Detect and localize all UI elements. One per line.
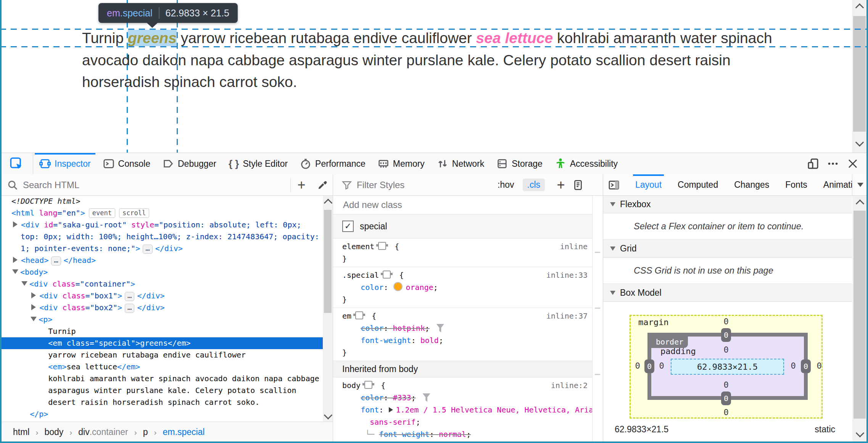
border-top-value[interactable]: 0 bbox=[721, 328, 731, 342]
tab-style-editor[interactable]: { } Style Editor bbox=[222, 153, 294, 174]
row[interactable]: <em>sea lettuce</em> bbox=[0, 361, 323, 373]
boxmodel-content-box[interactable]: 62.9833×21.5 bbox=[671, 359, 784, 375]
row[interactable]: <head>…</head> bbox=[0, 255, 323, 266]
padding-right-value[interactable]: 0 bbox=[791, 361, 796, 371]
tk-sname: : bbox=[383, 393, 393, 402]
responsive-design-mode-button[interactable] bbox=[803, 153, 823, 174]
highlighted-em-special[interactable]: greens bbox=[128, 30, 177, 46]
row[interactable]: <!DOCTYPE html> bbox=[0, 195, 323, 207]
markup-scrollbar[interactable] bbox=[323, 195, 333, 422]
tab-performance[interactable]: Performance bbox=[294, 153, 372, 174]
scroll-up-icon[interactable] bbox=[324, 199, 333, 208]
panel-divider[interactable] bbox=[603, 174, 603, 443]
tab-changes[interactable]: Changes bbox=[733, 174, 770, 195]
tab-layout[interactable]: Layout bbox=[634, 174, 662, 195]
row[interactable]: desert raisin horseradish spinach carrot… bbox=[0, 396, 323, 408]
tab-computed[interactable]: Computed bbox=[677, 174, 719, 195]
border-left-value[interactable]: 0 bbox=[644, 359, 654, 373]
markup-row-em-special[interactable]: <em class="special">greens</em> bbox=[0, 337, 323, 349]
margin-bottom-value[interactable]: 0 bbox=[723, 408, 728, 417]
scroll-up-icon[interactable] bbox=[855, 3, 864, 12]
row[interactable]: } bbox=[342, 253, 592, 265]
row[interactable]: yarrow ricebean rutabaga endive cauliflo… bbox=[0, 349, 323, 361]
breadcrumb[interactable]: html›body›div.container›p›em.special bbox=[0, 422, 333, 442]
row[interactable]: kohlrabi amaranth water spinach avocado … bbox=[0, 373, 323, 385]
row[interactable]: sans-serif; bbox=[342, 416, 592, 428]
class-panel-button[interactable]: .cls bbox=[523, 179, 545, 191]
row[interactable]: font-weight: bold; bbox=[342, 334, 592, 346]
row[interactable]: color: #333; bbox=[342, 391, 592, 404]
padding-top-value[interactable]: 0 bbox=[723, 345, 728, 354]
sidebar-tabs-overflow[interactable] bbox=[852, 174, 868, 195]
row[interactable]: <div class="box2">…</div> bbox=[0, 302, 323, 314]
search-html-input[interactable]: Search HTML bbox=[23, 180, 79, 190]
pick-element-button[interactable] bbox=[0, 153, 33, 174]
scroll-down-icon[interactable] bbox=[856, 429, 865, 438]
add-node-button[interactable]: + bbox=[291, 177, 312, 193]
row[interactable]: <div class="container"> bbox=[0, 278, 323, 290]
row[interactable]: top: 0px; width: 100%; height…100%; z-in… bbox=[0, 231, 323, 243]
row[interactable]: <body> bbox=[0, 266, 323, 278]
row[interactable]: color: orange; bbox=[342, 281, 592, 293]
close-devtools-button[interactable] bbox=[843, 153, 863, 174]
print-media-toggle-button[interactable] bbox=[569, 179, 587, 191]
border-bottom-value[interactable]: 0 bbox=[721, 391, 731, 405]
row[interactable]: <p> bbox=[0, 314, 323, 325]
panel-divider[interactable] bbox=[333, 174, 333, 443]
row[interactable]: } bbox=[342, 346, 592, 359]
row[interactable]: <div class="box1">…</div> bbox=[0, 290, 323, 302]
sidebar-toggle-button[interactable] bbox=[608, 179, 620, 191]
row[interactable]: color: hotpink; bbox=[342, 322, 592, 334]
flexbox-section-header[interactable]: Flexbox bbox=[603, 195, 852, 213]
filter-styles-input[interactable]: Filter Styles bbox=[357, 180, 404, 190]
pseudo-class-button[interactable]: :hov bbox=[498, 180, 514, 190]
row[interactable]: └─ font-weight: normal; bbox=[342, 428, 592, 440]
row[interactable]: asparagus winter purslane kale. Celery p… bbox=[0, 385, 323, 396]
row[interactable]: 1; pointer-events: none;">…</div> bbox=[0, 243, 323, 255]
padding-bottom-value[interactable]: 0 bbox=[723, 380, 728, 390]
tk-pill: event bbox=[89, 208, 115, 218]
page-scrollbar[interactable] bbox=[852, 0, 867, 153]
layout-scrollbar-thumb[interactable] bbox=[854, 211, 866, 419]
devtools-menu-button[interactable] bbox=[823, 153, 843, 174]
markup-scrollbar-thumb[interactable] bbox=[324, 210, 332, 313]
add-rule-button[interactable]: + bbox=[552, 177, 569, 193]
margin-right-value[interactable]: 0 bbox=[816, 361, 821, 371]
tab-memory[interactable]: Memory bbox=[372, 153, 431, 174]
tk-tag: <em bbox=[48, 338, 62, 348]
row[interactable]: <html lang="en">eventscroll bbox=[0, 207, 323, 219]
row[interactable]: .special {inline:33 bbox=[342, 269, 592, 281]
page-scrollbar-thumb[interactable] bbox=[853, 16, 866, 132]
row[interactable]: em {inline:37 bbox=[342, 310, 592, 322]
tab-accessibility[interactable]: Accessibility bbox=[549, 153, 624, 174]
margin-left-value[interactable]: 0 bbox=[635, 361, 640, 371]
row[interactable]: <div id="saka-gui-root" style="position:… bbox=[0, 219, 323, 231]
tab-animations[interactable]: Animati bbox=[823, 174, 854, 195]
row[interactable]: </p> bbox=[0, 408, 323, 420]
class-checkbox[interactable]: ✓ bbox=[342, 221, 354, 232]
row[interactable]: Turnip bbox=[0, 325, 323, 337]
row[interactable]: font: 1.2em / 1.5 Helvetica Neue, Helvet… bbox=[342, 404, 592, 416]
border-right-value[interactable]: 0 bbox=[801, 359, 811, 373]
grid-section-header[interactable]: Grid bbox=[603, 240, 852, 258]
scroll-down-icon[interactable] bbox=[855, 138, 864, 147]
tab-debugger[interactable]: Debugger bbox=[156, 153, 222, 174]
boxmodel-section-header[interactable]: Box Model bbox=[603, 284, 852, 302]
eyedropper-button[interactable] bbox=[312, 179, 333, 191]
row[interactable]: element {inline bbox=[342, 240, 592, 253]
tk-tag: </em> bbox=[117, 362, 140, 371]
scroll-up-icon[interactable] bbox=[856, 200, 865, 208]
tab-storage[interactable]: Storage bbox=[490, 153, 549, 174]
padding-left-value[interactable]: 0 bbox=[659, 361, 664, 371]
tab-inspector[interactable]: Inspector bbox=[33, 153, 97, 174]
row[interactable]: } bbox=[342, 293, 592, 306]
scroll-down-icon[interactable] bbox=[324, 411, 333, 420]
add-new-class-input[interactable]: Add new class bbox=[333, 195, 592, 214]
markup-search-section: Search HTML + bbox=[0, 174, 333, 195]
row[interactable]: body {inline:2 bbox=[342, 379, 592, 391]
tab-network[interactable]: Network bbox=[431, 153, 490, 174]
layout-scrollbar[interactable] bbox=[852, 195, 867, 442]
tab-fonts[interactable]: Fonts bbox=[784, 174, 808, 195]
tab-console[interactable]: Console bbox=[97, 153, 156, 174]
margin-top-value[interactable]: 0 bbox=[723, 317, 728, 326]
